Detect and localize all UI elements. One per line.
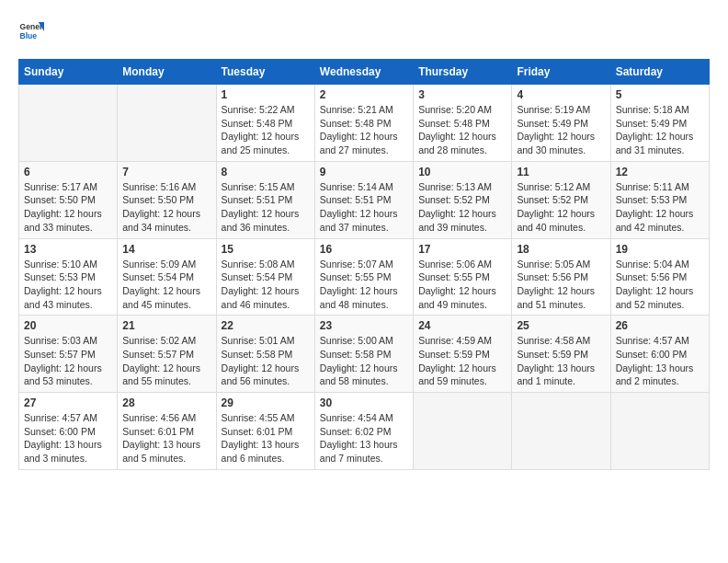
day-number: 11: [517, 166, 605, 178]
day-info: Sunrise: 4:54 AM Sunset: 6:02 PM Dayligh…: [320, 411, 408, 465]
day-info: Sunrise: 5:11 AM Sunset: 5:53 PM Dayligh…: [616, 180, 704, 235]
day-info: Sunrise: 4:57 AM Sunset: 6:00 PM Dayligh…: [616, 334, 704, 388]
day-number: 6: [24, 166, 112, 178]
day-info: Sunrise: 5:19 AM Sunset: 5:49 PM Dayligh…: [517, 103, 605, 157]
day-info: Sunrise: 4:55 AM Sunset: 6:01 PM Dayligh…: [222, 411, 310, 465]
calendar-cell: [512, 393, 610, 470]
day-info: Sunrise: 5:21 AM Sunset: 5:48 PM Dayligh…: [320, 103, 408, 157]
day-info: Sunrise: 5:17 AM Sunset: 5:50 PM Dayligh…: [24, 180, 112, 235]
calendar-cell: 11Sunrise: 5:12 AM Sunset: 5:52 PM Dayli…: [512, 161, 610, 238]
calendar-cell: 17Sunrise: 5:06 AM Sunset: 5:55 PM Dayli…: [414, 238, 512, 316]
day-info: Sunrise: 5:00 AM Sunset: 5:58 PM Dayligh…: [320, 334, 408, 388]
day-info: Sunrise: 5:16 AM Sunset: 5:50 PM Dayligh…: [122, 180, 210, 235]
day-info: Sunrise: 5:05 AM Sunset: 5:56 PM Dayligh…: [517, 258, 605, 312]
calendar-table: SundayMondayTuesdayWednesdayThursdayFrid…: [18, 59, 710, 470]
day-number: 29: [222, 396, 310, 409]
calendar-cell: 18Sunrise: 5:05 AM Sunset: 5:56 PM Dayli…: [512, 238, 610, 316]
day-of-week-header: Sunday: [19, 60, 118, 85]
day-number: 1: [222, 88, 310, 101]
day-info: Sunrise: 5:09 AM Sunset: 5:54 PM Dayligh…: [122, 258, 210, 312]
day-info: Sunrise: 5:13 AM Sunset: 5:52 PM Dayligh…: [418, 180, 506, 235]
day-number: 30: [320, 396, 408, 409]
calendar-header-row: SundayMondayTuesdayWednesdayThursdayFrid…: [19, 60, 710, 85]
day-number: 25: [517, 319, 605, 332]
day-info: Sunrise: 5:07 AM Sunset: 5:55 PM Dayligh…: [320, 258, 408, 312]
day-info: Sunrise: 5:20 AM Sunset: 5:48 PM Dayligh…: [418, 103, 506, 157]
day-number: 9: [320, 166, 408, 178]
calendar-cell: 16Sunrise: 5:07 AM Sunset: 5:55 PM Dayli…: [314, 238, 413, 316]
day-number: 2: [320, 88, 408, 101]
day-number: 24: [418, 319, 506, 332]
calendar-cell: 14Sunrise: 5:09 AM Sunset: 5:54 PM Dayli…: [118, 238, 216, 316]
calendar-cell: 13Sunrise: 5:10 AM Sunset: 5:53 PM Dayli…: [19, 238, 118, 316]
day-info: Sunrise: 5:15 AM Sunset: 5:51 PM Dayligh…: [222, 180, 310, 235]
calendar-cell: 25Sunrise: 4:58 AM Sunset: 5:59 PM Dayli…: [512, 316, 610, 393]
day-info: Sunrise: 4:56 AM Sunset: 6:01 PM Dayligh…: [122, 411, 210, 465]
calendar-cell: 21Sunrise: 5:02 AM Sunset: 5:57 PM Dayli…: [118, 316, 216, 393]
calendar-cell: 10Sunrise: 5:13 AM Sunset: 5:52 PM Dayli…: [414, 161, 512, 238]
calendar-cell: 20Sunrise: 5:03 AM Sunset: 5:57 PM Dayli…: [19, 316, 118, 393]
calendar-week-row: 1Sunrise: 5:22 AM Sunset: 5:48 PM Daylig…: [19, 85, 710, 162]
day-number: 18: [517, 243, 605, 256]
calendar-week-row: 6Sunrise: 5:17 AM Sunset: 5:50 PM Daylig…: [19, 161, 710, 238]
calendar-cell: [19, 85, 118, 162]
day-of-week-header: Monday: [118, 60, 216, 85]
day-of-week-header: Friday: [512, 60, 610, 85]
day-info: Sunrise: 5:22 AM Sunset: 5:48 PM Dayligh…: [222, 103, 310, 157]
day-info: Sunrise: 4:58 AM Sunset: 5:59 PM Dayligh…: [517, 334, 605, 388]
day-number: 13: [24, 243, 112, 256]
day-number: 7: [122, 166, 210, 178]
calendar-cell: 24Sunrise: 4:59 AM Sunset: 5:59 PM Dayli…: [414, 316, 512, 393]
logo: General Blue: [18, 18, 44, 44]
day-info: Sunrise: 5:02 AM Sunset: 5:57 PM Dayligh…: [122, 334, 210, 388]
calendar-week-row: 27Sunrise: 4:57 AM Sunset: 6:00 PM Dayli…: [19, 393, 710, 470]
calendar-cell: 28Sunrise: 4:56 AM Sunset: 6:01 PM Dayli…: [118, 393, 216, 470]
calendar-cell: 8Sunrise: 5:15 AM Sunset: 5:51 PM Daylig…: [216, 161, 314, 238]
calendar-cell: 19Sunrise: 5:04 AM Sunset: 5:56 PM Dayli…: [610, 238, 709, 316]
calendar-cell: 12Sunrise: 5:11 AM Sunset: 5:53 PM Dayli…: [610, 161, 709, 238]
day-number: 14: [122, 243, 210, 256]
day-number: 19: [616, 243, 704, 256]
svg-text:Blue: Blue: [20, 31, 38, 40]
day-of-week-header: Thursday: [414, 60, 512, 85]
day-number: 15: [222, 243, 310, 256]
day-number: 20: [24, 319, 112, 332]
day-number: 27: [24, 396, 112, 409]
calendar-cell: [610, 393, 709, 470]
calendar-cell: 1Sunrise: 5:22 AM Sunset: 5:48 PM Daylig…: [216, 85, 314, 162]
day-info: Sunrise: 5:04 AM Sunset: 5:56 PM Dayligh…: [616, 258, 704, 312]
calendar-cell: 2Sunrise: 5:21 AM Sunset: 5:48 PM Daylig…: [314, 85, 413, 162]
day-info: Sunrise: 4:59 AM Sunset: 5:59 PM Dayligh…: [418, 334, 506, 388]
calendar-cell: 26Sunrise: 4:57 AM Sunset: 6:00 PM Dayli…: [610, 316, 709, 393]
day-info: Sunrise: 5:01 AM Sunset: 5:58 PM Dayligh…: [222, 334, 310, 388]
day-of-week-header: Wednesday: [314, 60, 413, 85]
day-number: 21: [122, 319, 210, 332]
day-info: Sunrise: 5:06 AM Sunset: 5:55 PM Dayligh…: [418, 258, 506, 312]
calendar-week-row: 20Sunrise: 5:03 AM Sunset: 5:57 PM Dayli…: [19, 316, 710, 393]
calendar-cell: 5Sunrise: 5:18 AM Sunset: 5:49 PM Daylig…: [610, 85, 709, 162]
calendar-cell: [118, 85, 216, 162]
day-number: 23: [320, 319, 408, 332]
day-info: Sunrise: 5:12 AM Sunset: 5:52 PM Dayligh…: [517, 180, 605, 235]
calendar-cell: 7Sunrise: 5:16 AM Sunset: 5:50 PM Daylig…: [118, 161, 216, 238]
page-header: General Blue: [18, 18, 710, 44]
day-number: 3: [418, 88, 506, 101]
day-number: 17: [418, 243, 506, 256]
calendar-cell: 27Sunrise: 4:57 AM Sunset: 6:00 PM Dayli…: [19, 393, 118, 470]
day-info: Sunrise: 5:14 AM Sunset: 5:51 PM Dayligh…: [320, 180, 408, 235]
day-number: 10: [418, 166, 506, 178]
day-number: 28: [122, 396, 210, 409]
day-number: 16: [320, 243, 408, 256]
calendar-cell: 3Sunrise: 5:20 AM Sunset: 5:48 PM Daylig…: [414, 85, 512, 162]
day-number: 26: [616, 319, 704, 332]
day-info: Sunrise: 5:08 AM Sunset: 5:54 PM Dayligh…: [222, 258, 310, 312]
day-of-week-header: Saturday: [610, 60, 709, 85]
day-of-week-header: Tuesday: [216, 60, 314, 85]
calendar-cell: 29Sunrise: 4:55 AM Sunset: 6:01 PM Dayli…: [216, 393, 314, 470]
day-info: Sunrise: 5:18 AM Sunset: 5:49 PM Dayligh…: [616, 103, 704, 157]
calendar-week-row: 13Sunrise: 5:10 AM Sunset: 5:53 PM Dayli…: [19, 238, 710, 316]
day-info: Sunrise: 5:10 AM Sunset: 5:53 PM Dayligh…: [24, 258, 112, 312]
day-info: Sunrise: 5:03 AM Sunset: 5:57 PM Dayligh…: [24, 334, 112, 388]
day-number: 5: [616, 88, 704, 101]
day-number: 22: [222, 319, 310, 332]
